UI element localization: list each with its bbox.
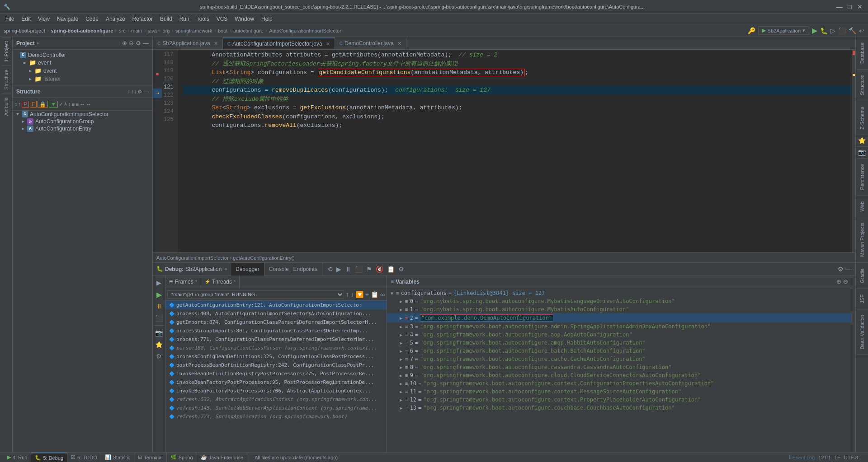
debug-subtab-console[interactable]: Console | Endpoints	[264, 263, 322, 275]
show-static-btn[interactable]: ✓	[59, 101, 63, 107]
rerun-button[interactable]: ⟲	[326, 266, 334, 273]
frame-item-3[interactable]: 🔷 processGroupImports:801, Configuration…	[165, 327, 387, 335]
stop-debug-button[interactable]: ⬛	[354, 266, 364, 273]
sidebar-jsf[interactable]: JSF	[856, 289, 868, 309]
debug-minimize-btn[interactable]: —	[845, 266, 852, 273]
bc-project[interactable]: spring-boot-project	[4, 28, 45, 33]
var-item-0[interactable]: ▶ ≡ 0 = "org.mybatis.spring.boot.autocon…	[387, 297, 852, 305]
tab-sb2application[interactable]: C Sb2Application.java ✕	[153, 37, 223, 49]
var-item-9[interactable]: ▶ ≡ 9 = "org.springframework.boot.autoco…	[387, 371, 852, 379]
sort-asc-btn[interactable]: ↑	[18, 101, 21, 107]
bc-boot[interactable]: boot	[218, 28, 227, 33]
bc-src[interactable]: src	[119, 28, 126, 33]
var-item-11[interactable]: ▶ ≡ 11 = "org.springframework.boot.autoc…	[387, 387, 852, 396]
bc-java[interactable]: java	[148, 28, 157, 33]
bc-autoconfigure2[interactable]: autoconfigure	[233, 28, 264, 33]
menu-analyze[interactable]: Analyze	[102, 15, 129, 23]
menu-tools[interactable]: Tools	[193, 15, 213, 23]
sidebar-project-label[interactable]: 1: Project	[2, 37, 11, 65]
menu-window[interactable]: Window	[231, 15, 258, 23]
frames-link-btn[interactable]: ∞	[380, 291, 385, 298]
bc-selector[interactable]: AutoConfigurationImportSelector	[269, 28, 341, 33]
var-item-4[interactable]: ▶ ≡ 4 = "org.springframework.boot.autoco…	[387, 331, 852, 339]
menu-navigate[interactable]: Navigate	[53, 15, 82, 23]
tab-close-sb2[interactable]: ✕	[214, 41, 218, 47]
tab-autoconfiguration[interactable]: C AutoConfigurationImportSelector.java ✕	[223, 37, 335, 49]
bc-org[interactable]: org	[163, 28, 170, 33]
bc-autoconfigure[interactable]: spring-boot-autoconfigure	[51, 28, 113, 33]
var-item-6[interactable]: ▶ ≡ 6 = "org.springframework.boot.autoco…	[387, 347, 852, 355]
tab-close-demo[interactable]: ✕	[397, 41, 401, 47]
menu-help[interactable]: Help	[258, 15, 276, 23]
thread-dropdown[interactable]: *main*@1 in group *main*: RUNNING	[167, 290, 344, 299]
sidebar-database[interactable]: Database	[856, 37, 868, 70]
frames-filter-btn[interactable]: 🔽	[356, 291, 363, 298]
struct-item-group[interactable]: ▶ ◎ AutoConfigurationGroup	[13, 118, 152, 125]
menu-file[interactable]: File	[2, 15, 18, 23]
sidebar-gradle[interactable]: Gradle	[856, 263, 868, 289]
struct-settings-btn[interactable]: ⚙	[137, 89, 142, 95]
frame-item-9[interactable]: 🔷 invokeBeanFactoryPostProcessors:95, Po…	[165, 378, 387, 387]
project-collapse-btn[interactable]: ⊖	[129, 40, 134, 47]
update-project[interactable]: ↩	[859, 27, 864, 34]
bottom-tab-run[interactable]: ▶ 4: Run	[4, 453, 31, 462]
sidebar-capture[interactable]: 📷	[856, 147, 868, 159]
stop-red-btn[interactable]: ⬛	[154, 313, 165, 323]
struct-sort2-btn[interactable]: ↑↓	[131, 89, 137, 95]
project-dropdown-arrow[interactable]: ▾	[37, 41, 39, 46]
sidebar-structure-label[interactable]: Structure	[2, 65, 11, 93]
menu-code[interactable]: Code	[82, 15, 102, 23]
step-over-btn[interactable]: ▶	[154, 277, 165, 288]
settings-debug-btn[interactable]: ⚙	[397, 266, 406, 273]
wide-btn[interactable]: ↔	[86, 101, 91, 107]
menu-build[interactable]: Build	[156, 15, 176, 23]
debug-button[interactable]: 🐛	[820, 27, 828, 34]
sidebar-favorites[interactable]: ⭐	[856, 135, 868, 147]
pause-yellow-btn[interactable]: ⏸	[154, 301, 165, 312]
frames-add-btn[interactable]: +	[365, 291, 369, 298]
var-collapse-btn[interactable]: ⊖	[843, 278, 848, 285]
tree-item-democontroller[interactable]: C DemoController	[13, 51, 152, 59]
show-lambda-btn[interactable]: λ	[64, 101, 67, 107]
struct-item-selector[interactable]: ▼ C AutoConfigurationImportSelector	[13, 111, 152, 118]
star-btn[interactable]: ⭐	[154, 339, 165, 350]
show-anon-btn[interactable]: ≡	[71, 101, 75, 107]
tree-item-event1[interactable]: ▶ 📁 event	[13, 59, 152, 67]
menu-run[interactable]: Run	[176, 15, 193, 23]
event-log-btn[interactable]: ℹ Event Log	[789, 454, 815, 460]
bc-main[interactable]: main	[131, 28, 142, 33]
struct-close-btn[interactable]: —	[143, 89, 149, 95]
show-inherited-btn[interactable]: P	[22, 101, 29, 108]
get-dump-btn[interactable]: 📋	[386, 266, 396, 273]
bottom-tab-spring[interactable]: 🌿 Spring	[167, 453, 197, 462]
run-config-selector[interactable]: ▶ Sb2Application ▾	[758, 26, 809, 35]
threads-star[interactable]: *	[234, 279, 236, 285]
narrow-btn[interactable]: ↔	[80, 101, 85, 107]
bottom-tab-statistic[interactable]: 📊 Statistic	[101, 453, 135, 462]
minimize-button[interactable]: —	[835, 3, 844, 10]
pause-button[interactable]: ⏸	[344, 266, 353, 273]
sidebar-zscheme[interactable]: Z-Scheme	[856, 101, 868, 135]
camera-btn[interactable]: 📷	[154, 327, 165, 338]
bottom-tab-todo[interactable]: ☑ 6: TODO	[67, 453, 101, 462]
sidebar-artbuild-label[interactable]: Art build	[2, 93, 11, 119]
frame-item-4[interactable]: 🔷 process:771, ConfigurationClassParser$…	[165, 335, 387, 344]
show-fields-btn[interactable]: F	[30, 101, 37, 108]
struct-item-entry[interactable]: ▶ A AutoConfigurationEntry	[13, 125, 152, 132]
show-lock-btn[interactable]: 🔒	[38, 101, 48, 108]
frame-item-6[interactable]: 🔷 processConfigBeanDefinitions:325, Conf…	[165, 352, 387, 361]
bottom-tab-debug[interactable]: 🐛 5: Debug	[31, 453, 67, 462]
mute-breakpoints-btn[interactable]: 🔇	[374, 266, 385, 273]
frames-tab[interactable]: ☰ Frames *	[165, 275, 201, 288]
var-expand-btn[interactable]: ⊕	[836, 278, 841, 285]
var-item-13[interactable]: ▶ ≡ 13 = "org.springframework.boot.autoc…	[387, 404, 852, 412]
var-item-10[interactable]: ▶ ≡ 10 = "org.springframework.boot.autoc…	[387, 379, 852, 387]
sidebar-maven[interactable]: Maven Projects	[856, 217, 868, 263]
bottom-tab-javaenterprise[interactable]: ☕ Java Enterprise	[197, 453, 247, 462]
view-breakpoints-btn[interactable]: ⚑	[365, 266, 373, 273]
navigate-back-button[interactable]: 🔑	[748, 27, 755, 34]
var-item-12[interactable]: ▶ ≡ 12 = "org.springframework.boot.autoc…	[387, 396, 852, 404]
tab-democontroller[interactable]: C DemoController.java ✕	[335, 37, 406, 49]
show-inner-btn[interactable]: ≡	[75, 101, 79, 107]
menu-vcs[interactable]: VCS	[213, 15, 231, 23]
